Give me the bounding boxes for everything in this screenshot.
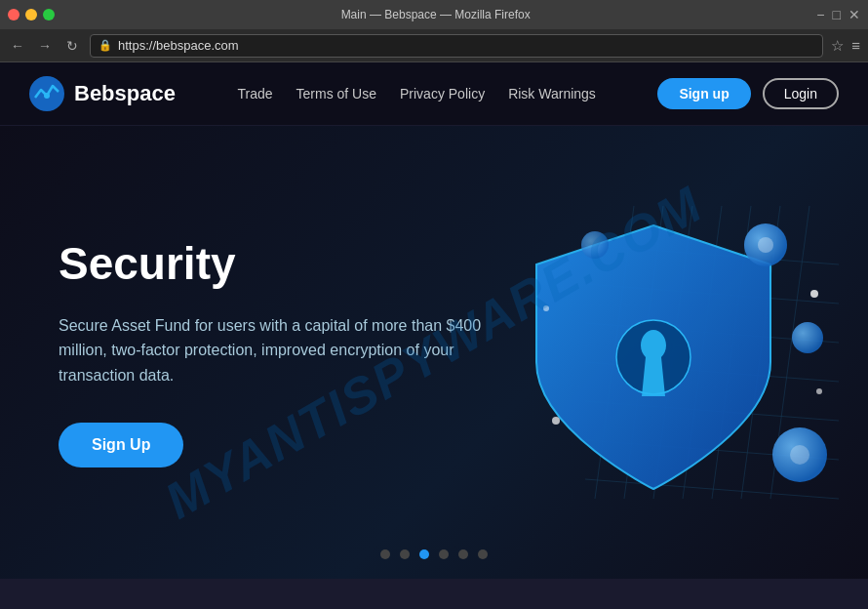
svg-point-19	[792, 322, 823, 353]
carousel-dot-5[interactable]	[478, 549, 488, 559]
carousel-dot-2[interactable]	[419, 549, 429, 559]
address-bar[interactable]: 🔒 https://bebspace.com	[90, 34, 823, 58]
carousel-dot-3[interactable]	[439, 549, 449, 559]
minimize-icon[interactable]: −	[816, 7, 824, 22]
browser-actions: ☆ ≡	[831, 37, 860, 55]
svg-point-24	[816, 388, 822, 394]
menu-icon[interactable]: ≡	[851, 37, 860, 54]
navbar: Bebspace Trade Terms of Use Privacy Poli…	[0, 62, 868, 126]
nav-links: Trade Terms of Use Privacy Policy Risk W…	[237, 86, 595, 102]
reload-button[interactable]: ↻	[62, 38, 82, 54]
nav-trade[interactable]: Trade	[237, 86, 272, 102]
close-button[interactable]	[8, 9, 20, 20]
window-title: Main — Bebspace — Mozilla Firefox	[55, 8, 816, 21]
minimize-button[interactable]	[25, 9, 37, 20]
back-button[interactable]: ←	[8, 38, 27, 54]
nav-risk[interactable]: Risk Warnings	[508, 86, 596, 102]
restore-icon[interactable]: □	[833, 7, 841, 22]
svg-point-23	[810, 290, 818, 298]
navbar-actions: Sign up Login	[657, 78, 839, 109]
nav-terms[interactable]: Terms of Use	[296, 86, 376, 102]
carousel-dots	[380, 549, 488, 559]
svg-point-1	[44, 93, 50, 99]
hero-description: Secure Asset Fund for users with a capit…	[59, 313, 488, 388]
svg-point-26	[552, 417, 560, 425]
brand[interactable]: Bebspace	[29, 76, 176, 111]
brand-logo-icon	[29, 76, 64, 111]
svg-point-22	[581, 231, 609, 259]
window-controls	[8, 9, 55, 20]
title-bar: Main — Bebspace — Mozilla Firefox − □ ✕	[0, 0, 868, 29]
svg-point-18	[758, 237, 773, 253]
hero-signup-button[interactable]: Sign Up	[59, 423, 183, 467]
bookmark-icon[interactable]: ☆	[831, 37, 844, 55]
forward-button[interactable]: →	[35, 38, 55, 54]
hero-section: Security Secure Asset Fund for users wit…	[0, 126, 868, 579]
svg-line-15	[585, 479, 839, 499]
svg-point-21	[790, 445, 809, 465]
browser-chrome: Main — Bebspace — Mozilla Firefox − □ ✕ …	[0, 0, 868, 62]
carousel-dot-0[interactable]	[380, 549, 390, 559]
hero-content: Security Secure Asset Fund for users wit…	[0, 237, 546, 468]
nav-privacy[interactable]: Privacy Policy	[400, 86, 485, 102]
brand-name: Bebspace	[74, 81, 176, 106]
carousel-dot-1[interactable]	[400, 549, 410, 559]
title-bar-actions: − □ ✕	[816, 7, 860, 22]
hero-title: Security	[59, 237, 488, 290]
maximize-button[interactable]	[43, 9, 55, 20]
website-content: Bebspace Trade Terms of Use Privacy Poli…	[0, 62, 868, 579]
close-icon[interactable]: ✕	[848, 7, 860, 22]
login-nav-button[interactable]: Login	[763, 78, 839, 109]
signup-nav-button[interactable]: Sign up	[657, 78, 750, 109]
lock-icon: 🔒	[99, 39, 112, 52]
carousel-dot-4[interactable]	[458, 549, 468, 559]
address-bar-row: ← → ↻ 🔒 https://bebspace.com ☆ ≡	[0, 29, 868, 62]
url-text: https://bebspace.com	[118, 38, 239, 53]
